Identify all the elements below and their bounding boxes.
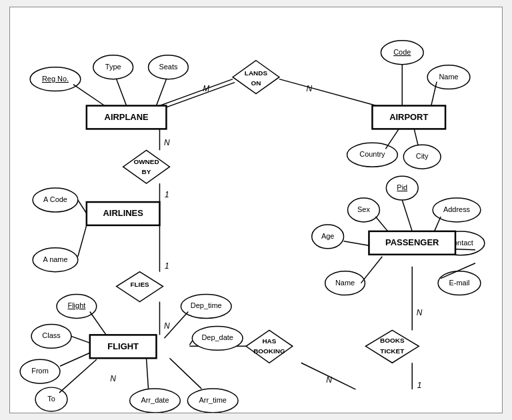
svg-text:FLIES: FLIES bbox=[130, 281, 149, 288]
svg-text:Sex: Sex bbox=[357, 205, 370, 213]
svg-text:Country: Country bbox=[359, 150, 385, 158]
er-diagram: M N N 1 1 N 1 N N 1 Code Name Country C bbox=[9, 7, 503, 413]
svg-marker-105 bbox=[365, 330, 419, 363]
svg-text:Address: Address bbox=[443, 205, 471, 213]
svg-text:1: 1 bbox=[417, 381, 422, 390]
svg-line-1 bbox=[161, 83, 235, 109]
svg-text:FLIGHT: FLIGHT bbox=[107, 341, 139, 351]
svg-text:1: 1 bbox=[165, 261, 169, 271]
svg-text:To: To bbox=[47, 395, 55, 403]
svg-text:Code: Code bbox=[393, 48, 411, 56]
svg-marker-97 bbox=[123, 150, 170, 183]
svg-text:Name: Name bbox=[335, 279, 355, 287]
svg-text:City: City bbox=[416, 152, 429, 160]
svg-text:OWNED: OWNED bbox=[133, 158, 159, 165]
svg-marker-102 bbox=[246, 330, 293, 363]
svg-text:Seats: Seats bbox=[159, 63, 178, 71]
svg-text:N: N bbox=[326, 375, 332, 385]
svg-marker-94 bbox=[233, 61, 279, 94]
svg-text:LANDS: LANDS bbox=[245, 69, 268, 77]
svg-line-56 bbox=[60, 353, 90, 366]
svg-text:AIRPORT: AIRPORT bbox=[389, 112, 428, 122]
svg-text:Reg No.: Reg No. bbox=[42, 75, 69, 83]
svg-text:M: M bbox=[203, 84, 209, 93]
svg-text:Arr_time: Arr_time bbox=[199, 396, 227, 404]
svg-line-35 bbox=[73, 85, 109, 109]
svg-line-71 bbox=[169, 358, 201, 389]
svg-line-75 bbox=[402, 200, 412, 231]
svg-line-41 bbox=[156, 79, 166, 106]
svg-text:N: N bbox=[417, 308, 423, 317]
svg-text:N: N bbox=[164, 138, 170, 147]
svg-text:HAS: HAS bbox=[262, 337, 276, 345]
svg-text:Name: Name bbox=[439, 73, 458, 81]
svg-text:N: N bbox=[164, 321, 170, 331]
svg-text:Class: Class bbox=[42, 331, 61, 339]
svg-text:BOOKING: BOOKING bbox=[253, 347, 285, 355]
svg-text:AIRLINES: AIRLINES bbox=[103, 208, 143, 218]
svg-text:Age: Age bbox=[321, 232, 335, 240]
svg-line-47 bbox=[78, 225, 87, 257]
svg-text:A name: A name bbox=[43, 255, 67, 263]
svg-text:Dep_time: Dep_time bbox=[191, 301, 222, 309]
svg-text:1: 1 bbox=[165, 190, 169, 199]
svg-line-0 bbox=[159, 79, 233, 106]
svg-text:Dep_date: Dep_date bbox=[201, 333, 233, 341]
svg-text:Arr_date: Arr_date bbox=[141, 396, 169, 404]
svg-text:Flight: Flight bbox=[67, 301, 85, 309]
svg-text:AIRPLANE: AIRPLANE bbox=[105, 112, 149, 122]
svg-text:From: From bbox=[31, 367, 49, 375]
svg-text:ON: ON bbox=[251, 79, 261, 87]
svg-line-29 bbox=[385, 129, 399, 149]
svg-line-65 bbox=[189, 341, 192, 345]
svg-text:TICKET: TICKET bbox=[380, 347, 404, 355]
svg-line-32 bbox=[414, 129, 418, 145]
svg-line-68 bbox=[147, 358, 149, 389]
svg-line-90 bbox=[361, 257, 382, 283]
svg-text:BY: BY bbox=[142, 168, 151, 175]
svg-text:PASSENGER: PASSENGER bbox=[385, 237, 439, 247]
svg-text:N: N bbox=[110, 374, 116, 383]
svg-text:BOOKS: BOOKS bbox=[380, 337, 405, 344]
svg-text:Type: Type bbox=[105, 63, 121, 71]
svg-text:E-mail: E-mail bbox=[449, 279, 469, 287]
svg-line-38 bbox=[117, 79, 127, 106]
svg-line-53 bbox=[71, 336, 90, 343]
svg-text:N: N bbox=[306, 84, 312, 93]
svg-text:A Code: A Code bbox=[43, 195, 67, 203]
svg-line-44 bbox=[78, 200, 87, 213]
svg-text:Pid: Pid bbox=[397, 183, 407, 191]
